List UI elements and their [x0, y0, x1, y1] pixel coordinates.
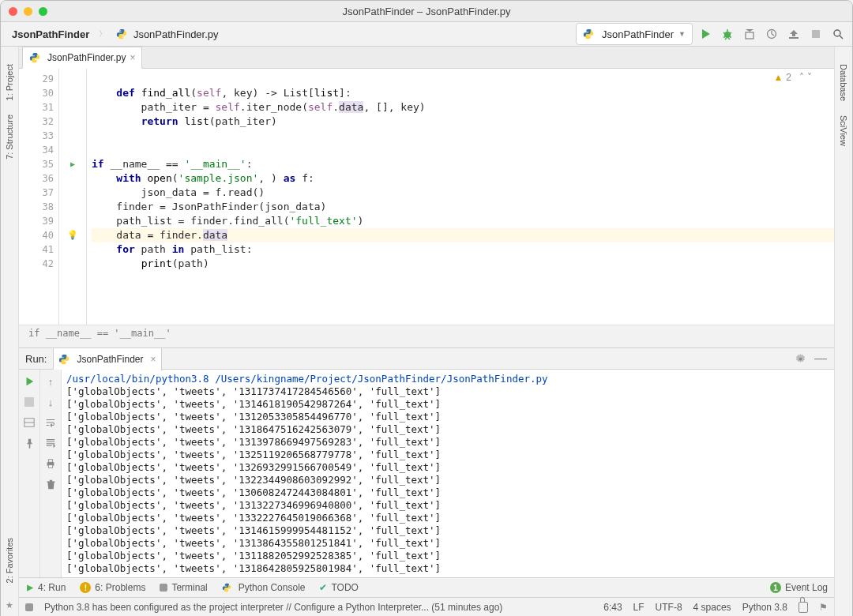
favorites-star-icon[interactable]: ★ [6, 600, 13, 610]
up-icon[interactable]: ↑ [43, 374, 58, 389]
right-toolstrip: Database SciView [834, 47, 852, 616]
run-label: Run: [25, 353, 47, 365]
svg-point-1 [122, 36, 123, 37]
event-badge-icon: 1 [770, 582, 781, 593]
run-tab[interactable]: JsonPathFinder × [53, 347, 161, 371]
terminal-icon [160, 584, 167, 592]
layout-icon[interactable] [22, 415, 36, 430]
inspection-widget[interactable]: ▲ 2 ˄ ˅ [773, 72, 812, 83]
code-breadcrumb[interactable]: if __name__ == '__main__' [19, 325, 834, 347]
chevron-up-icon[interactable]: ˄ [799, 72, 804, 83]
breadcrumb-file[interactable]: JsonPathFinder.py [110, 27, 224, 42]
tab-label: JsonPathFinder.py [47, 52, 126, 63]
run-config-selector[interactable]: JsonPathFinder ▼ [576, 23, 693, 45]
main-area: JsonPathFinder.py × 29303132333435363738… [19, 47, 834, 616]
svg-rect-5 [812, 30, 820, 38]
ide-errors-icon[interactable]: ⚑ [819, 602, 828, 613]
status-coords[interactable]: 6:43 [603, 602, 622, 613]
bottom-problems[interactable]: !6: Problems [80, 582, 145, 593]
run-config-label: JsonPathFinder [602, 28, 674, 40]
bottom-eventlog[interactable]: 1Event Log [770, 582, 828, 593]
stop-icon[interactable] [22, 395, 36, 409]
titlebar: JsonPathFinder – JsonPathFinder.py [1, 1, 852, 22]
hide-icon[interactable]: — [814, 351, 828, 366]
status-indent[interactable]: 4 spaces [693, 602, 731, 613]
run-tab-label: JsonPathFinder [77, 354, 143, 365]
python-icon [583, 28, 594, 39]
sidebar-item-structure[interactable]: 7: Structure [5, 111, 14, 163]
status-message[interactable]: Python 3.8 has been configured as the pr… [44, 602, 502, 613]
status-linesep[interactable]: LF [633, 602, 644, 613]
attach-button[interactable] [784, 24, 803, 43]
sidebar-item-sciview[interactable]: SciView [839, 112, 848, 149]
lock-icon[interactable] [799, 602, 808, 613]
editor-tabs: JsonPathFinder.py × [19, 47, 834, 69]
svg-point-6 [834, 30, 840, 36]
gear-icon[interactable] [793, 351, 807, 366]
bottom-toolbar: 4: Run !6: Problems Terminal Python Cons… [19, 577, 834, 597]
tab-active[interactable]: JsonPathFinder.py × [22, 47, 142, 69]
warning-count: 2 [786, 72, 791, 83]
chevron-down-icon[interactable]: ˅ [807, 72, 812, 83]
python-icon [222, 583, 231, 592]
toolwindows-icon[interactable] [25, 603, 33, 611]
close-icon[interactable]: × [151, 354, 156, 365]
search-button[interactable] [829, 24, 847, 43]
close-icon[interactable]: × [130, 52, 135, 63]
window-title: JsonPathFinder – JsonPathFinder.py [1, 6, 852, 17]
navigation-toolbar: JsonPathFinder 〉 JsonPathFinder.py JsonP… [1, 22, 852, 47]
status-encoding[interactable]: UTF-8 [656, 602, 682, 613]
warning-icon: ▲ [773, 72, 783, 83]
pin-icon[interactable] [22, 436, 36, 450]
run-toolwindow: Run: JsonPathFinder × — [19, 347, 834, 577]
svg-rect-3 [746, 32, 753, 39]
editor[interactable]: 2930313233343536373839404142 ▶💡 def find… [19, 69, 834, 325]
svg-rect-13 [48, 465, 52, 468]
sidebar-item-project[interactable]: 1: Project [5, 61, 14, 103]
bottom-terminal[interactable]: Terminal [160, 582, 207, 593]
debug-button[interactable] [718, 24, 737, 43]
svg-rect-12 [48, 460, 52, 463]
coverage-button[interactable] [740, 24, 759, 43]
wrap-icon[interactable] [43, 415, 58, 430]
stop-button[interactable] [806, 24, 825, 43]
status-python[interactable]: Python 3.8 [742, 602, 787, 613]
console-output[interactable]: /usr/local/bin/python3.8 /Users/kingname… [62, 370, 834, 577]
left-toolstrip: 1: Project 7: Structure 2: Favorites ★ [1, 47, 19, 616]
breadcrumb-file-label: JsonPathFinder.py [133, 28, 219, 40]
python-file-icon [116, 28, 127, 39]
profile-button[interactable] [762, 24, 781, 43]
svg-point-0 [120, 30, 121, 31]
ide-window: JsonPathFinder – JsonPathFinder.py JsonP… [0, 0, 853, 616]
svg-point-2 [724, 32, 731, 38]
scroll-icon[interactable] [43, 436, 58, 450]
breadcrumb-project[interactable]: JsonPathFinder [6, 27, 96, 42]
sidebar-item-favorites[interactable]: 2: Favorites [5, 535, 14, 586]
run-toolwindow-header: Run: JsonPathFinder × — [19, 348, 834, 370]
line-number-gutter: 2930313233343536373839404142 [19, 69, 59, 325]
chevron-down-icon: ▼ [678, 30, 686, 38]
status-bar: Python 3.8 has been configured as the pr… [19, 597, 834, 616]
run-side-toolbar-1 [19, 370, 40, 577]
trash-icon[interactable] [43, 477, 58, 491]
run-button[interactable] [696, 24, 715, 43]
bottom-todo[interactable]: ✔TODO [319, 582, 358, 593]
sidebar-item-database[interactable]: Database [839, 61, 848, 104]
down-icon[interactable]: ↓ [43, 395, 58, 409]
marker-gutter: ▶💡 [59, 69, 87, 325]
print-icon[interactable] [43, 456, 58, 471]
run-side-toolbar-2: ↑ ↓ [40, 370, 62, 577]
bottom-run[interactable]: 4: Run [25, 582, 66, 593]
svg-rect-8 [24, 397, 34, 407]
breadcrumb-sep-icon: 〉 [99, 28, 107, 39]
rerun-icon[interactable] [22, 374, 36, 389]
python-file-icon [29, 52, 40, 63]
bottom-pyconsole[interactable]: Python Console [222, 582, 306, 593]
python-icon [58, 354, 70, 365]
editor-content[interactable]: def find_all(self, key) -> List[list]: p… [87, 69, 834, 325]
